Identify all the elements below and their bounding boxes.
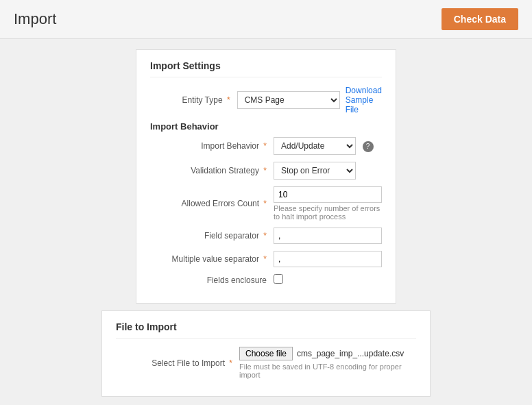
field-separator-label: Field separator * bbox=[150, 231, 274, 241]
entity-type-row: Entity Type * CMS Page Download Sample F… bbox=[150, 86, 382, 114]
file-to-import-card: File to Import Select File to Import * C… bbox=[101, 310, 431, 397]
download-sample-link[interactable]: Download Sample File bbox=[346, 86, 382, 114]
fields-enclosure-control bbox=[274, 274, 382, 286]
validation-strategy-row: Validation Strategy * Stop on Error bbox=[150, 162, 382, 180]
file-name: cms_page_imp_...update.csv bbox=[297, 349, 404, 358]
import-settings-card: Import Settings Entity Type * CMS Page D… bbox=[136, 49, 396, 304]
select-file-label: Select File to Import * bbox=[116, 358, 239, 368]
allowed-errors-label: Allowed Errors Count * bbox=[150, 199, 274, 208]
import-behavior-section-title: Import Behavior bbox=[150, 121, 382, 132]
import-behavior-label: Import Behavior * bbox=[150, 141, 274, 151]
page-title: Import bbox=[14, 10, 56, 28]
required-mark5: * bbox=[263, 231, 267, 241]
allowed-errors-hint: Please specify number of errors to halt … bbox=[274, 204, 382, 221]
allowed-errors-control: Please specify number of errors to halt … bbox=[274, 186, 382, 221]
header: Import Check Data bbox=[0, 0, 532, 39]
main-content: Import Settings Entity Type * CMS Page D… bbox=[0, 39, 532, 405]
help-icon[interactable]: ? bbox=[363, 141, 374, 152]
required-mark4: * bbox=[263, 199, 267, 208]
import-settings-title: Import Settings bbox=[150, 60, 382, 77]
allowed-errors-input[interactable] bbox=[274, 186, 382, 203]
required-mark6: * bbox=[263, 254, 267, 264]
file-hint: File must be saved in UTF-8 encoding for… bbox=[239, 363, 416, 379]
select-file-control: Choose file cms_page_imp_...update.csv F… bbox=[239, 347, 416, 379]
page-wrapper: Import Check Data Import Settings Entity… bbox=[0, 0, 532, 405]
entity-type-select[interactable]: CMS Page bbox=[237, 91, 340, 109]
multiple-value-separator-label: Multiple value separator * bbox=[150, 254, 274, 264]
multiple-value-separator-row: Multiple value separator * bbox=[150, 251, 382, 267]
required-mark: * bbox=[227, 95, 230, 105]
field-separator-row: Field separator * bbox=[150, 228, 382, 244]
required-mark7: * bbox=[229, 358, 232, 368]
settings-card-wrapper: Import Settings Entity Type * CMS Page D… bbox=[14, 49, 518, 304]
fields-enclosure-label: Fields enclosure bbox=[150, 275, 274, 285]
entity-type-control: CMS Page Download Sample File bbox=[237, 86, 382, 114]
file-to-import-title: File to Import bbox=[116, 321, 416, 339]
multiple-value-separator-input[interactable] bbox=[274, 251, 382, 267]
check-data-button[interactable]: Check Data bbox=[442, 8, 518, 30]
field-separator-input[interactable] bbox=[274, 228, 382, 244]
allowed-errors-row: Allowed Errors Count * Please specify nu… bbox=[150, 186, 382, 221]
field-separator-control bbox=[274, 228, 382, 244]
multiple-value-separator-control bbox=[274, 251, 382, 267]
file-input-wrap: Choose file cms_page_imp_...update.csv bbox=[239, 347, 416, 360]
fields-enclosure-checkbox[interactable] bbox=[274, 274, 283, 284]
choose-file-button[interactable]: Choose file bbox=[239, 347, 293, 360]
import-behavior-row: Import Behavior * Add/Update ? bbox=[150, 137, 382, 155]
import-behavior-control: Add/Update ? bbox=[274, 137, 382, 155]
required-mark3: * bbox=[263, 166, 267, 175]
validation-strategy-label: Validation Strategy * bbox=[150, 166, 274, 175]
file-card-wrapper: File to Import Select File to Import * C… bbox=[14, 310, 518, 397]
validation-strategy-select[interactable]: Stop on Error bbox=[274, 162, 356, 180]
validation-strategy-control: Stop on Error bbox=[274, 162, 382, 180]
required-mark2: * bbox=[263, 141, 267, 151]
select-file-row: Select File to Import * Choose file cms_… bbox=[116, 347, 416, 379]
fields-enclosure-row: Fields enclosure bbox=[150, 274, 382, 286]
entity-type-label: Entity Type * bbox=[150, 95, 237, 105]
import-behavior-select[interactable]: Add/Update bbox=[274, 137, 356, 155]
